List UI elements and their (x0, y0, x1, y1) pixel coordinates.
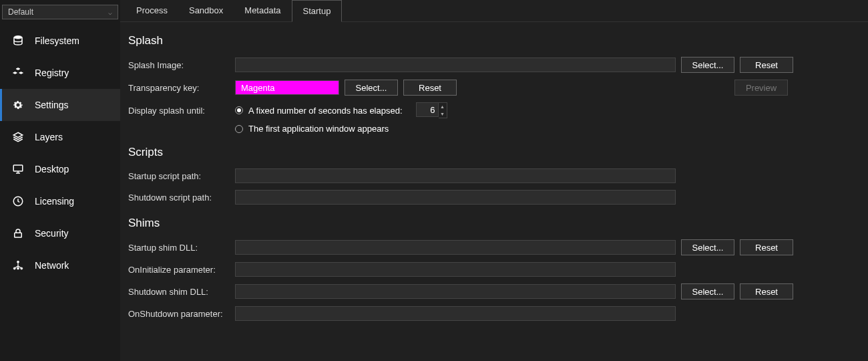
shutdown-shim-select-button[interactable]: Select... (681, 283, 734, 299)
section-title-splash: Splash (128, 34, 860, 47)
nav-label: Desktop (35, 164, 69, 174)
transparency-color-swatch[interactable]: Magenta (235, 80, 339, 95)
startup-shim-input[interactable] (235, 240, 676, 255)
splash-image-label: Splash Image: (128, 60, 235, 70)
svg-rect-1 (13, 165, 23, 171)
shutdown-script-input[interactable] (235, 190, 676, 205)
preview-button: Preview (734, 80, 788, 96)
content-area: Splash Splash Image: Select... Reset Tra… (120, 22, 868, 361)
tab-startup[interactable]: Startup (292, 0, 343, 22)
seconds-value-input[interactable]: 6 (416, 102, 439, 117)
sidebar: Default ⌵ Filesystem Registry Settings L… (0, 0, 120, 361)
profile-dropdown[interactable]: Default ⌵ (2, 5, 118, 19)
onshutdown-input[interactable] (235, 306, 676, 321)
svg-point-0 (14, 36, 22, 39)
sidebar-item-licensing[interactable]: Licensing (0, 185, 120, 217)
sidebar-item-settings[interactable]: Settings (0, 89, 120, 121)
monitor-icon (12, 163, 24, 175)
splash-image-input[interactable] (235, 57, 676, 72)
sidebar-item-desktop[interactable]: Desktop (0, 153, 120, 185)
network-icon (12, 259, 24, 271)
shutdown-shim-reset-button[interactable]: Reset (740, 283, 793, 299)
transparency-reset-button[interactable]: Reset (403, 80, 457, 96)
startup-script-label: Startup script path: (128, 171, 235, 181)
startup-shim-label: Startup shim DLL: (128, 243, 235, 253)
chevron-down-icon: ⌵ (108, 9, 112, 16)
tab-metadata[interactable]: Metadata (234, 0, 291, 21)
nav-label: Settings (35, 100, 69, 110)
main-panel: Process Sandbox Metadata Startup Splash … (120, 0, 868, 361)
sidebar-item-registry[interactable]: Registry (0, 57, 120, 89)
transparency-select-button[interactable]: Select... (345, 80, 398, 96)
nav-label: Licensing (35, 196, 74, 207)
nav-label: Layers (35, 132, 63, 142)
nav-label: Filesystem (35, 35, 79, 46)
transparency-label: Transparency key: (128, 83, 235, 93)
display-splash-until-label: Display splash until: (128, 106, 235, 116)
shutdown-shim-input[interactable] (235, 284, 676, 299)
seconds-spin-up[interactable]: ▲ (439, 103, 447, 110)
gear-icon (12, 99, 24, 111)
clock-icon (12, 195, 24, 207)
radio-first-window-label: The first application window appears (248, 124, 389, 134)
splash-image-reset-button[interactable]: Reset (740, 57, 793, 73)
layers-icon (12, 131, 24, 143)
startup-script-input[interactable] (235, 168, 676, 183)
database-icon (12, 35, 24, 47)
splash-image-select-button[interactable]: Select... (681, 57, 734, 73)
tab-process[interactable]: Process (126, 0, 178, 21)
nav-label: Registry (35, 68, 69, 78)
nav-label: Network (35, 260, 69, 271)
radio-fixed-seconds-label: A fixed number of seconds has elapsed: (248, 106, 403, 116)
tab-bar: Process Sandbox Metadata Startup (120, 0, 868, 22)
shutdown-script-label: Shutdown script path: (128, 193, 235, 203)
sidebar-item-network[interactable]: Network (0, 249, 120, 281)
sidebar-item-filesystem[interactable]: Filesystem (0, 25, 120, 57)
radio-first-window[interactable] (235, 125, 243, 133)
radio-fixed-seconds[interactable] (235, 106, 243, 114)
nav-label: Security (35, 228, 69, 239)
section-title-scripts: Scripts (128, 146, 860, 159)
seconds-spin-down[interactable]: ▼ (439, 110, 447, 118)
svg-point-4 (17, 261, 19, 263)
tab-sandbox[interactable]: Sandbox (178, 0, 234, 21)
oninit-label: OnInitialize parameter: (128, 265, 235, 275)
sidebar-item-security[interactable]: Security (0, 217, 120, 249)
startup-shim-reset-button[interactable]: Reset (740, 239, 793, 255)
sidebar-item-layers[interactable]: Layers (0, 121, 120, 153)
startup-shim-select-button[interactable]: Select... (681, 239, 734, 255)
cubes-icon (12, 67, 24, 79)
lock-icon (12, 227, 24, 239)
onshutdown-label: OnShutdown parameter: (128, 309, 235, 319)
section-title-shims: Shims (128, 217, 860, 230)
oninit-input[interactable] (235, 262, 676, 277)
svg-rect-3 (15, 233, 22, 237)
profile-dropdown-label: Default (8, 7, 33, 17)
shutdown-shim-label: Shutdown shim DLL: (128, 287, 235, 297)
